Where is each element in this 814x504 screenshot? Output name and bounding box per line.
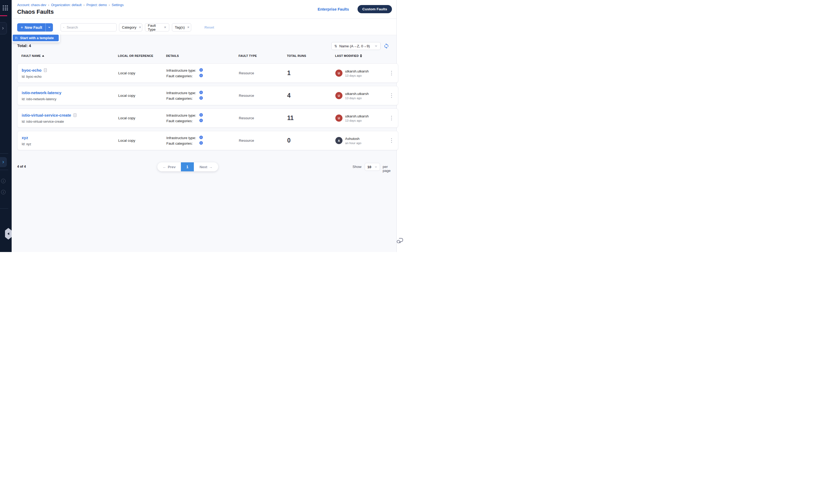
faults-table-body: byoc-echo Id: byoc-echo Local copy Infra…	[17, 63, 398, 153]
kubernetes-icon	[199, 90, 203, 95]
fault-type-value: Resource	[239, 71, 287, 75]
chevron-down-icon	[374, 44, 378, 48]
kubernetes-icon	[199, 135, 203, 140]
arrow-right-icon: →	[209, 165, 213, 169]
sort-arrows-icon: ⇅	[334, 44, 337, 48]
filter-chip-category[interactable]: Category ✕	[119, 23, 142, 31]
reset-filters-button[interactable]: Reset	[204, 25, 214, 29]
total-runs-value: 0	[287, 137, 335, 144]
chevron-right-icon	[1, 27, 4, 30]
column-header-local-or-reference: LOCAL OR REFERENCE	[118, 54, 166, 57]
page-number-button[interactable]: 1	[181, 162, 194, 171]
new-fault-button[interactable]: + New Fault	[17, 23, 45, 31]
arrow-left-icon	[7, 232, 9, 235]
filter-chip-fault-type[interactable]: Fault Type ✕	[145, 23, 169, 31]
modified-by-user: Ashutosh	[345, 137, 361, 141]
description-icon	[44, 68, 47, 72]
close-icon[interactable]: ✕	[187, 26, 190, 29]
close-icon[interactable]: ✕	[164, 26, 166, 29]
app-grid-icon[interactable]	[3, 5, 8, 11]
fault-categories-label: Fault categories:	[166, 74, 199, 78]
breadcrumb-account[interactable]: Account: chaos-dev	[17, 3, 46, 7]
sidebar-chevron-button[interactable]	[0, 157, 7, 167]
sidebar-divider	[0, 153, 8, 154]
column-header-total-runs: TOTAL RUNS	[287, 54, 335, 57]
row-menu-button[interactable]	[385, 116, 398, 121]
local-or-reference-value: Local copy	[118, 94, 166, 98]
kubernetes-icon	[199, 141, 203, 146]
search-input[interactable]	[66, 25, 114, 30]
chevron-down-icon	[48, 26, 51, 29]
filter-chip-tags[interactable]: Tag(s) ✕	[172, 23, 191, 31]
column-header-fault-name[interactable]: FAULT NAME	[17, 54, 118, 57]
fault-name-link[interactable]: xyz	[22, 135, 28, 140]
kebab-menu-icon	[391, 93, 392, 98]
fault-name-link[interactable]: byoc-echo	[22, 68, 42, 72]
details-cell: Infrastructure type: Fault categories:	[166, 136, 239, 145]
info-icon[interactable]: i	[1, 179, 6, 183]
sort-dropdown[interactable]: ⇅ Name (A→Z, 0→9)	[331, 42, 381, 50]
info-icon[interactable]: i	[1, 190, 6, 194]
enterprise-faults-link[interactable]: Enterprise Faults	[318, 7, 349, 11]
per-page-label: per page	[383, 165, 396, 173]
row-menu-button[interactable]	[385, 138, 398, 143]
infrastructure-type-label: Infrastructure type:	[166, 91, 199, 95]
local-or-reference-value: Local copy	[118, 71, 166, 75]
breadcrumb-organization[interactable]: Organization: default	[51, 3, 81, 7]
table-row: istio-network-latency Id: istio-network-…	[17, 86, 398, 105]
page-size-select[interactable]: 10	[365, 163, 380, 171]
search-box	[61, 23, 117, 31]
sidebar-expand-button[interactable]	[0, 22, 7, 34]
avatar: A	[335, 137, 342, 144]
infrastructure-type-label: Infrastructure type:	[166, 136, 199, 140]
breadcrumb-project[interactable]: Project: demo	[86, 3, 107, 7]
infrastructure-type-label: Infrastructure type:	[166, 113, 199, 117]
kebab-menu-icon	[391, 71, 392, 76]
custom-faults-button[interactable]: Custom Faults	[358, 5, 392, 13]
total-runs-value: 1	[287, 70, 335, 77]
total-count-label: Total: 4	[17, 43, 31, 48]
refresh-icon	[383, 43, 389, 49]
kubernetes-icon	[199, 118, 203, 123]
chevron-separator-icon: ›	[48, 3, 49, 7]
kebab-menu-icon	[391, 116, 392, 121]
fault-categories-label: Fault categories:	[166, 97, 199, 100]
modified-time: 13 days ago	[345, 74, 369, 77]
fault-categories-label: Fault categories:	[166, 141, 199, 145]
fault-id: Id: byoc-echo	[22, 75, 42, 79]
fault-categories-label: Fault categories:	[166, 119, 199, 123]
new-fault-dropdown-toggle[interactable]	[45, 23, 53, 31]
modified-time: an hour ago	[345, 141, 361, 145]
sidebar-collapse-handle[interactable]	[5, 228, 12, 240]
table-row: byoc-echo Id: byoc-echo Local copy Infra…	[17, 63, 398, 83]
sort-asc-icon	[42, 55, 44, 57]
pagination-summary: 4 of 4	[17, 165, 26, 168]
fault-id: Id: istio-virtual-service-create	[22, 120, 64, 123]
total-runs-value: 4	[287, 92, 335, 99]
sort-icon	[360, 54, 362, 57]
column-header-last-modified[interactable]: LAST MODIFIED	[335, 54, 385, 57]
sort-selected-value: Name (A→Z, 0→9)	[339, 44, 370, 48]
row-menu-button[interactable]	[385, 71, 398, 76]
avatar: U	[335, 70, 342, 77]
total-runs-value: 11	[287, 114, 335, 122]
fault-name-link[interactable]: istio-network-latency	[22, 90, 61, 95]
close-icon[interactable]: ✕	[139, 26, 141, 29]
local-or-reference-value: Local copy	[118, 139, 166, 143]
module-accent-bar	[0, 15, 7, 16]
prev-page-button[interactable]: ← Prev	[157, 162, 181, 171]
next-page-button[interactable]: Next →	[194, 162, 218, 171]
page-title: Chaos Faults	[17, 8, 54, 15]
chat-support-icon[interactable]	[396, 237, 404, 245]
column-header-fault-type: FAULT TYPE	[239, 54, 287, 57]
show-label: Show	[353, 165, 362, 169]
row-menu-button[interactable]	[385, 93, 398, 98]
left-sidebar: i i	[0, 0, 12, 252]
refresh-button[interactable]	[383, 43, 390, 49]
breadcrumb-settings[interactable]: Settings	[112, 3, 124, 7]
menu-item-start-with-template[interactable]: Start with a template	[13, 35, 59, 41]
chevron-down-icon	[374, 166, 377, 168]
fault-name-link[interactable]: istio-virtual-service-create	[22, 113, 71, 117]
new-fault-dropdown-menu: Start with a template	[12, 34, 60, 42]
main-panel: Account: chaos-dev › Organization: defau…	[12, 0, 397, 252]
